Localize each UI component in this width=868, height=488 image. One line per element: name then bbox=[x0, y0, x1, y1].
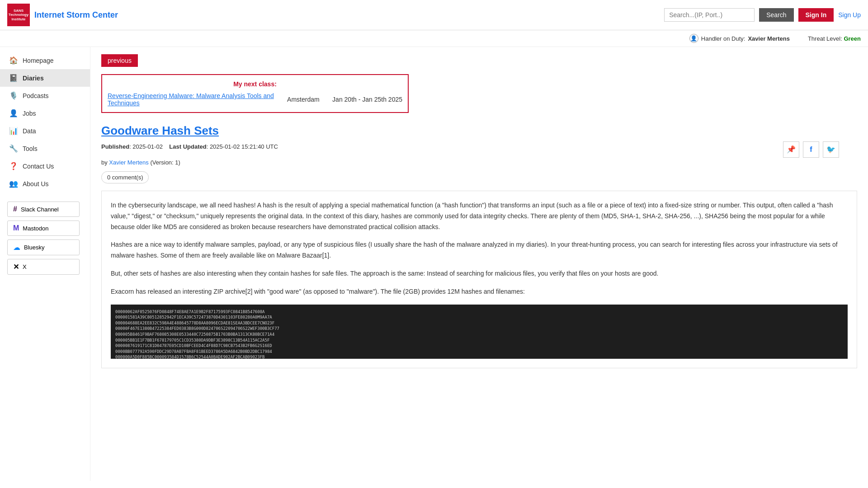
threat-info: Threat Level: Green bbox=[808, 35, 861, 42]
class-location: Amsterdam bbox=[287, 96, 323, 103]
sidebar-label-contact: Contact Us bbox=[23, 163, 54, 170]
sidebar-item-data[interactable]: 📊 Data bbox=[0, 122, 90, 140]
share-icons: 📌 f 🐦 bbox=[783, 141, 839, 158]
x-button[interactable]: ✕ X bbox=[7, 259, 80, 275]
article-title[interactable]: Goodware Hash Sets bbox=[101, 124, 857, 138]
updated-label: Last Updated bbox=[169, 143, 206, 150]
mastodon-label: Mastodon bbox=[23, 225, 48, 232]
slack-icon: # bbox=[13, 205, 17, 213]
sidebar-item-about[interactable]: 👥 About Us bbox=[0, 175, 90, 192]
article-version: (Version: 1) bbox=[150, 159, 180, 166]
sidebar-item-tools[interactable]: 🔧 Tools bbox=[0, 140, 90, 157]
sidebar: 🏠 Homepage 📓 Diaries 🎙️ Podcasts 👤 Jobs … bbox=[0, 47, 90, 481]
jobs-icon: 👤 bbox=[9, 109, 18, 117]
x-icon: ✕ bbox=[13, 263, 19, 271]
body-paragraph-4: Exacorn has released an interesting ZIP … bbox=[111, 286, 848, 297]
logo-image: SANS Technology Institute bbox=[7, 4, 30, 26]
mastodon-icon: M bbox=[13, 224, 19, 232]
twitter-share-button[interactable]: 🐦 bbox=[823, 141, 839, 158]
bluesky-button[interactable]: ☁ Bluesky bbox=[7, 239, 80, 255]
signin-button[interactable]: Sign In bbox=[798, 8, 834, 22]
handler-icon: 👤 bbox=[689, 34, 698, 43]
bluesky-icon: ☁ bbox=[13, 243, 20, 252]
logo-link[interactable]: SANS Technology Institute Internet Storm… bbox=[7, 4, 118, 26]
threat-value: Green bbox=[844, 35, 861, 42]
slack-label: Slack Channel bbox=[21, 206, 59, 213]
podcasts-icon: 🎙️ bbox=[9, 91, 18, 100]
header-controls: Search Sign In Sign Up bbox=[664, 8, 861, 22]
sidebar-label-jobs: Jobs bbox=[23, 110, 36, 117]
site-title: Internet Storm Center bbox=[34, 10, 118, 20]
mastodon-button[interactable]: M Mastodon bbox=[7, 221, 80, 236]
tools-icon: 🔧 bbox=[9, 144, 18, 153]
page-layout: 🏠 Homepage 📓 Diaries 🎙️ Podcasts 👤 Jobs … bbox=[0, 47, 868, 481]
article-author: by Xavier Mertens (Version: 1) bbox=[101, 159, 857, 166]
sidebar-item-jobs[interactable]: 👤 Jobs bbox=[0, 104, 90, 122]
article: Goodware Hash Sets Published: 2025-01-02… bbox=[101, 124, 857, 368]
bookmark-button[interactable]: 📌 bbox=[783, 141, 799, 158]
class-row: Reverse-Engineering Malware: Malware Ana… bbox=[108, 92, 402, 107]
body-paragraph-1: In the cybersecurity landscape, we all n… bbox=[111, 200, 848, 232]
sub-header: 👤 Handler on Duty: Xavier Mertens Threat… bbox=[0, 30, 868, 47]
body-paragraph-2: Hashes are a nice way to identify malwar… bbox=[111, 239, 848, 261]
slack-button[interactable]: # Slack Channel bbox=[7, 202, 80, 217]
sidebar-item-contact[interactable]: ❓ Contact Us bbox=[0, 157, 90, 175]
sidebar-label-podcasts: Podcasts bbox=[23, 92, 49, 99]
published-date: 2025-01-02 bbox=[132, 143, 163, 150]
comments-button[interactable]: 0 comment(s) bbox=[101, 171, 149, 183]
article-meta-row: Published: 2025-01-02 Last Updated: 2025… bbox=[101, 143, 857, 155]
sidebar-label-about: About Us bbox=[23, 180, 49, 188]
article-meta: Published: 2025-01-02 Last Updated: 2025… bbox=[101, 143, 278, 150]
sidebar-item-podcasts[interactable]: 🎙️ Podcasts bbox=[0, 87, 90, 104]
page-header: SANS Technology Institute Internet Storm… bbox=[0, 0, 868, 30]
contact-icon: ❓ bbox=[9, 162, 18, 170]
sidebar-label-tools: Tools bbox=[23, 145, 38, 152]
home-icon: 🏠 bbox=[9, 56, 18, 65]
handler-label: Handler on Duty: bbox=[701, 35, 745, 42]
published-label: Published bbox=[101, 143, 129, 150]
bluesky-label: Bluesky bbox=[24, 244, 45, 251]
previous-button[interactable]: previous bbox=[101, 54, 138, 67]
x-label: X bbox=[23, 263, 27, 270]
search-input[interactable] bbox=[664, 8, 755, 22]
code-sample: 00000062AF0525076FD0848F74E8AE7A1E9B2F87… bbox=[111, 305, 848, 359]
main-content: previous My next class: Reverse-Engineer… bbox=[90, 47, 868, 481]
sidebar-label-data: Data bbox=[23, 127, 36, 135]
search-button[interactable]: Search bbox=[759, 8, 793, 22]
diaries-icon: 📓 bbox=[9, 74, 18, 82]
about-icon: 👥 bbox=[9, 179, 18, 188]
handler-info: 👤 Handler on Duty: Xavier Mertens bbox=[689, 34, 790, 43]
author-prefix: by bbox=[101, 159, 108, 166]
signup-button[interactable]: Sign Up bbox=[838, 11, 861, 19]
body-paragraph-3: But, other sets of hashes are also inter… bbox=[111, 268, 848, 279]
class-announcement: My next class: Reverse-Engineering Malwa… bbox=[101, 74, 409, 113]
handler-name: Xavier Mertens bbox=[748, 35, 790, 42]
sidebar-item-diaries[interactable]: 📓 Diaries bbox=[0, 69, 90, 87]
class-dates: Jan 20th - Jan 25th 2025 bbox=[332, 96, 402, 103]
sidebar-label-homepage: Homepage bbox=[23, 57, 54, 64]
article-body: In the cybersecurity landscape, we all n… bbox=[101, 191, 857, 368]
sidebar-label-diaries: Diaries bbox=[23, 75, 44, 82]
threat-label: Threat Level: bbox=[808, 35, 842, 42]
class-box-title: My next class: bbox=[108, 80, 402, 88]
sidebar-item-homepage[interactable]: 🏠 Homepage bbox=[0, 52, 90, 69]
author-link[interactable]: Xavier Mertens bbox=[109, 159, 148, 166]
class-link[interactable]: Reverse-Engineering Malware: Malware Ana… bbox=[108, 92, 278, 107]
social-buttons: # Slack Channel M Mastodon ☁ Bluesky ✕ X bbox=[0, 197, 90, 279]
facebook-share-button[interactable]: f bbox=[803, 141, 819, 158]
updated-date: 2025-01-02 15:21:40 UTC bbox=[210, 143, 278, 150]
data-icon: 📊 bbox=[9, 127, 18, 135]
